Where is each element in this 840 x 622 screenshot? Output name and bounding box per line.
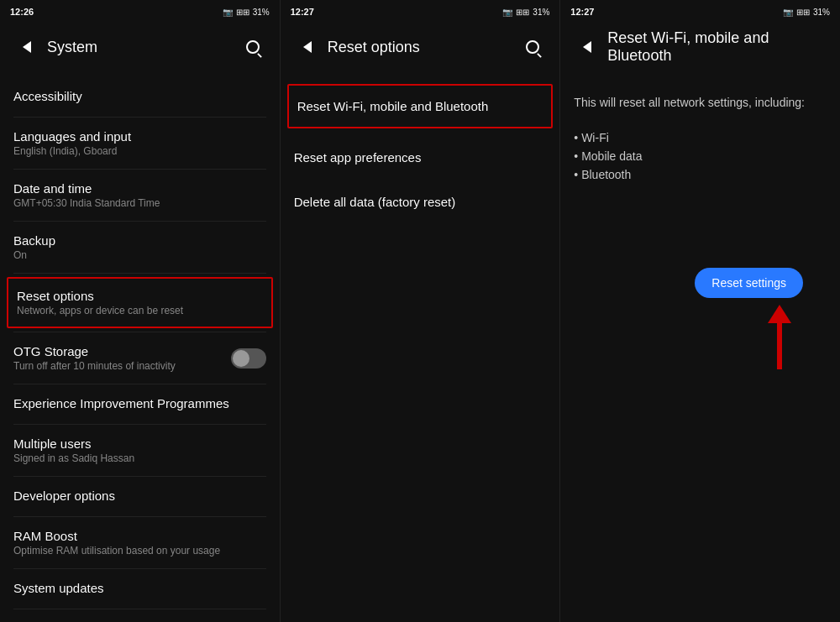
search-button-system[interactable] <box>239 34 266 60</box>
panel-wifi-reset-content: This will reset all network settings, in… <box>560 71 840 622</box>
reset-app-prefs-option[interactable]: Reset app preferences <box>281 135 560 180</box>
menu-item-backup-title: Backup <box>13 233 266 248</box>
back-arrow-icon <box>23 41 31 53</box>
menu-item-otg-subtitle: Turn off after 10 minutes of inactivity <box>13 360 231 372</box>
factory-reset-option[interactable]: Delete all data (factory reset) <box>281 180 560 224</box>
reset-wifi-option[interactable]: Reset Wi-Fi, mobile and Bluetooth <box>287 84 554 128</box>
status-icons-3: 📷 ⊞⊞ 31% <box>783 8 830 17</box>
menu-item-datetime[interactable]: Date and time GMT+05:30 India Standard T… <box>0 170 280 221</box>
menu-item-languages-subtitle: English (India), Gboard <box>13 145 266 157</box>
back-button-wifi[interactable] <box>574 34 601 60</box>
signal-icons-1: ⊞⊞ <box>236 8 249 17</box>
menu-item-accessibility[interactable]: Accessibility <box>0 77 280 117</box>
menu-item-backup[interactable]: Backup On <box>0 222 280 273</box>
signal-icons-2: ⊞⊞ <box>516 8 529 17</box>
bullet-mobile: Mobile data <box>574 147 827 165</box>
battery-1: 31% <box>253 8 270 17</box>
bullet-bluetooth: Bluetooth <box>574 165 827 184</box>
menu-item-multiuser-title: Multiple users <box>13 436 266 451</box>
status-icons-2: 📷 ⊞⊞ 31% <box>502 8 549 17</box>
menu-item-languages[interactable]: Languages and input English (India), Gbo… <box>0 118 280 169</box>
signal-icons-3: ⊞⊞ <box>796 8 810 17</box>
menu-item-systemupdates[interactable]: System updates <box>0 569 280 609</box>
menu-item-datetime-subtitle: GMT+05:30 India Standard Time <box>13 197 266 209</box>
reset-app-prefs-label: Reset app preferences <box>294 150 422 165</box>
otg-toggle[interactable] <box>231 348 266 368</box>
menu-item-otg-title: OTG Storage <box>13 344 231 358</box>
menu-item-multiuser-subtitle: Signed in as Sadiq Hassan <box>13 452 266 464</box>
panel-wifi-reset: Reset Wi-Fi, mobile and Bluetooth This w… <box>560 24 840 622</box>
search-icon <box>246 40 260 54</box>
time-2: 12:27 <box>291 7 314 17</box>
camera-icon-2: 📷 <box>502 8 512 17</box>
panel-reset-options-header: Reset options <box>281 24 560 71</box>
battery-3: 31% <box>813 8 830 17</box>
menu-item-accessibility-title: Accessibility <box>13 89 266 103</box>
status-panel-2: 12:27 📷 ⊞⊞ 31% <box>281 0 561 24</box>
menu-item-developer-title: Developer options <box>13 489 266 503</box>
status-panel-1: 12:26 📷 ⊞⊞ 31% <box>0 0 281 24</box>
battery-2: 31% <box>533 8 549 17</box>
back-arrow-icon-2 <box>303 41 312 53</box>
menu-item-datetime-title: Date and time <box>13 181 266 196</box>
menu-item-ramboost-title: RAM Boost <box>13 529 266 543</box>
divider-4 <box>13 273 266 274</box>
menu-item-ramboost-subtitle: Optimise RAM utilisation based on your u… <box>13 545 266 557</box>
menu-item-experience[interactable]: Experience Improvement Programmes <box>0 384 280 424</box>
time-3: 12:27 <box>570 7 594 17</box>
panel-system: System Accessibility Languages and input… <box>0 24 281 622</box>
menu-item-ramboost[interactable]: RAM Boost Optimise RAM utilisation based… <box>0 517 280 568</box>
status-panel-3: 12:27 📷 ⊞⊞ 31% <box>560 0 840 24</box>
reset-wifi-label: Reset Wi-Fi, mobile and Bluetooth <box>297 99 489 113</box>
menu-item-developer[interactable]: Developer options <box>0 477 280 516</box>
camera-icon-3: 📷 <box>783 8 793 17</box>
search-button-reset[interactable] <box>519 34 546 60</box>
reset-bullets: Wi-Fi Mobile data Bluetooth <box>560 120 840 192</box>
back-button-system[interactable] <box>13 34 40 60</box>
menu-item-multiuser[interactable]: Multiple users Signed in as Sadiq Hassan <box>0 425 280 476</box>
back-button-reset[interactable] <box>294 34 321 60</box>
panel-system-header: System <box>0 24 280 71</box>
menu-item-otg[interactable]: OTG Storage Turn off after 10 minutes of… <box>0 332 280 384</box>
panel-wifi-reset-title: Reset Wi-Fi, mobile and Bluetooth <box>607 29 827 65</box>
divider-11 <box>13 609 266 609</box>
panel-reset-options: Reset options Reset Wi-Fi, mobile and Bl… <box>281 24 561 622</box>
menu-item-reset-options-title: Reset options <box>17 289 263 303</box>
menu-item-languages-title: Languages and input <box>13 129 266 144</box>
menu-item-otg-text: OTG Storage Turn off after 10 minutes of… <box>13 344 231 372</box>
search-icon-2 <box>526 40 539 54</box>
reset-button-area: Reset settings <box>560 217 840 369</box>
status-icons-1: 📷 ⊞⊞ 31% <box>223 8 270 17</box>
arrow-head-icon <box>768 305 791 323</box>
main-area: System Accessibility Languages and input… <box>0 24 840 622</box>
status-bar: 12:26 📷 ⊞⊞ 31% 12:27 📷 ⊞⊞ 31% 12:27 📷 ⊞⊞… <box>0 0 840 24</box>
arrow-annotation <box>768 305 791 369</box>
toggle-knob <box>233 350 249 367</box>
menu-item-systemupdates-title: System updates <box>13 581 266 595</box>
time-1: 12:26 <box>10 7 34 17</box>
bullet-wifi: Wi-Fi <box>574 128 827 147</box>
back-arrow-icon-3 <box>583 41 591 53</box>
panel-reset-options-title: Reset options <box>328 39 520 56</box>
reset-description: This will reset all network settings, in… <box>560 77 840 120</box>
menu-item-reset-options-subtitle: Network, apps or device can be reset <box>17 305 263 316</box>
panel-system-content: Accessibility Languages and input Englis… <box>0 71 280 622</box>
panel-system-title: System <box>47 39 239 56</box>
menu-item-reset-options[interactable]: Reset options Network, apps or device ca… <box>7 277 273 328</box>
factory-reset-label: Delete all data (factory reset) <box>294 195 456 209</box>
panel-wifi-reset-header: Reset Wi-Fi, mobile and Bluetooth <box>560 24 840 71</box>
arrow-shaft <box>777 323 782 369</box>
reset-settings-button[interactable]: Reset settings <box>695 268 803 298</box>
panel-reset-options-content: Reset Wi-Fi, mobile and Bluetooth Reset … <box>281 71 560 622</box>
camera-icon-1: 📷 <box>223 8 233 17</box>
menu-item-backup-subtitle: On <box>13 249 266 261</box>
menu-item-experience-title: Experience Improvement Programmes <box>13 396 266 410</box>
